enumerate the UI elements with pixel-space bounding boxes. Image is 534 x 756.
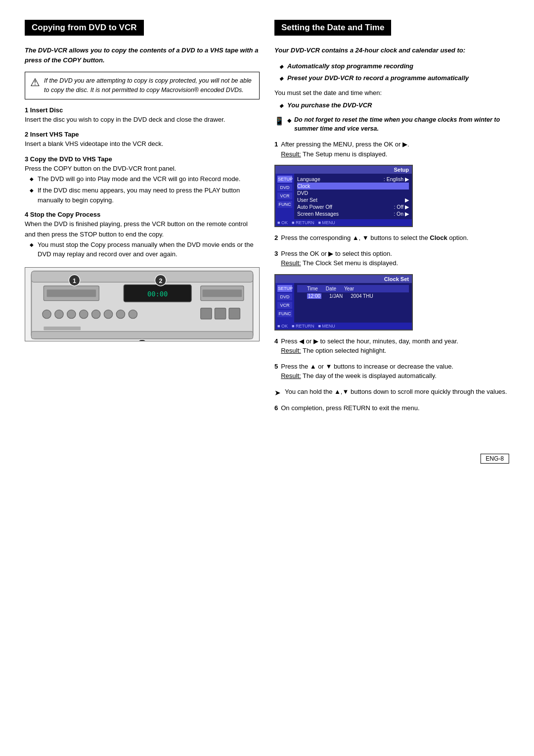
svg-point-12: [91, 310, 100, 318]
step-2-label: 2 Insert VHS Tape: [25, 131, 79, 138]
clock-data-row: 12:00 1/JAN 2004 THU: [297, 292, 409, 300]
note-icon: 📱: [274, 116, 284, 126]
menu-footer: ■ OK ■ RETURN ■ MENU: [275, 219, 412, 226]
setup-menu-title: Setup: [275, 166, 412, 174]
clock-footer-menu: ■ MENU: [318, 324, 335, 329]
svg-point-14: [116, 310, 125, 318]
warning-text: If the DVD you are attempting to copy is…: [44, 76, 254, 95]
page-number: ENG-8: [480, 454, 509, 464]
clock-set-title: Clock Set: [275, 275, 412, 283]
r-step-4: 4 Press ◀ or ▶ to select the hour, minut…: [274, 336, 509, 356]
clock-sidebar-func: FUNC: [277, 310, 292, 317]
note-row: 📱 ◆ Do not forget to reset the time when…: [274, 115, 509, 134]
menu-row-dvd: DVD: [297, 189, 409, 196]
r-step-2-content: Press the corresponding ▲, ▼ buttons to …: [281, 233, 509, 243]
step-1-desc: Insert the disc you wish to copy in the …: [25, 115, 260, 125]
r-step-5-content: Press the ▲ or ▼ buttons to increase or …: [281, 362, 509, 381]
clock-d-time: 12:00: [307, 293, 321, 299]
svg-rect-23: [31, 331, 253, 339]
r-step-4-desc: Press ◀ or ▶ to select the hour, minutes…: [281, 337, 458, 345]
menu-sidebar-setup: SETUP: [277, 176, 292, 183]
warning-box: ⚠ If the DVD you are attempting to copy …: [25, 72, 260, 99]
right-bullet-2: Preset your DVD-VCR to record a programm…: [279, 73, 509, 83]
page: Copying from DVD to VCR The DVD-VCR allo…: [0, 0, 534, 756]
clock-set-box: Clock Set SETUP DVD VCR FUNC Time Date Y: [274, 274, 413, 331]
step-3-bullet-1: The DVD will go into Play mode and the V…: [30, 174, 260, 184]
step-3-bullet-2: If the DVD disc menu appears, you may ne…: [30, 186, 260, 205]
left-section-title: Copying from DVD to VCR: [25, 20, 144, 36]
clock-content: Time Date Year 12:00 1/JAN 2004 THU: [294, 283, 412, 323]
clock-menu-sidebar: SETUP DVD VCR FUNC: [275, 283, 294, 323]
clock-h-date: Date: [326, 286, 336, 291]
r-step-3: 3 Press the OK or ▶ to select this optio…: [274, 249, 509, 268]
clock-d-year: 2004 THU: [351, 293, 373, 299]
r-step-2-num: 2: [274, 233, 278, 243]
r-step-4-result-label: Result:: [281, 347, 301, 354]
r-step-4-num: 4: [274, 336, 278, 346]
step-4-desc: When the DVD is finished playing, press …: [25, 219, 260, 259]
step-3-bullets: The DVD will go into Play mode and the V…: [25, 174, 260, 205]
svg-rect-18: [229, 308, 240, 319]
r-step-3-num: 3: [274, 249, 278, 259]
menu-inner: SETUP DVD VCR FUNC Language: English ▶ C…: [275, 174, 412, 219]
step-3: 3 Copy the DVD to VHS Tape Press the COP…: [25, 155, 260, 205]
step-4-number: 4: [25, 211, 30, 218]
r-step-1-result: The Setup menu is displayed.: [301, 150, 388, 158]
step-4-desc-text: When the DVD is finished playing, press …: [25, 220, 248, 238]
arrow-symbol: ➤: [274, 387, 281, 399]
r-step-5-result: The day of the week is displayed automat…: [301, 372, 437, 379]
r-step-1: 1 After pressing the MENU, press the OK …: [274, 140, 509, 159]
svg-point-8: [43, 310, 51, 318]
note-text: Do not forget to reset the time when you…: [294, 115, 509, 134]
step-4-title: Stop the Copy Process: [30, 211, 100, 218]
step-2-desc: Insert a blank VHS videotape into the VC…: [25, 139, 260, 149]
right-bullet-1: Automatically stop programme recording: [279, 61, 509, 71]
step-2: 2 Insert VHS Tape Insert a blank VHS vid…: [25, 131, 260, 149]
svg-point-10: [67, 310, 76, 318]
step-2-number: 2: [25, 131, 30, 138]
setup-menu-box: Setup SETUP DVD VCR FUNC Language: Engli…: [274, 165, 413, 227]
r-step-4-content: Press ◀ or ▶ to select the hour, minutes…: [281, 336, 509, 356]
step-4-label: 4 Stop the Copy Process: [25, 211, 100, 218]
step-4-bullet-1: You must stop the Copy process manually …: [30, 240, 260, 259]
clock-h-year: Year: [344, 286, 354, 291]
menu-row-language: Language: English ▶: [297, 176, 409, 183]
menu-sidebar-dvd: DVD: [277, 184, 292, 191]
r-step-2-desc: Press the corresponding ▲, ▼ buttons to …: [281, 234, 468, 241]
menu-sidebar: SETUP DVD VCR FUNC: [275, 174, 294, 219]
svg-rect-1: [31, 271, 253, 282]
r-step-5-num: 5: [274, 362, 278, 372]
menu-row-clock: Clock: [297, 183, 409, 189]
step-3-title: Copy the DVD to VHS Tape: [30, 155, 112, 163]
clock-footer-ok: ■ OK: [277, 324, 288, 329]
menu-row-userset: User Set▶: [297, 196, 409, 203]
r-step-1-content: After pressing the MENU, press the OK or…: [281, 140, 509, 159]
svg-text:2: 2: [159, 277, 162, 284]
r-step-6-content: On completion, press RETURN to exit the …: [281, 403, 509, 413]
step-4: 4 Stop the Copy Process When the DVD is …: [25, 211, 260, 259]
right-section-title: Setting the Date and Time: [274, 20, 391, 36]
svg-point-11: [80, 310, 88, 318]
svg-rect-5: [47, 289, 96, 297]
r-step-2: 2 Press the corresponding ▲, ▼ buttons t…: [274, 233, 509, 243]
svg-point-9: [55, 310, 63, 318]
r-step-6: 6 On completion, press RETURN to exit th…: [274, 403, 509, 413]
r-step-3-content: Press the OK or ▶ to select this option.…: [281, 249, 509, 268]
clock-footer-return: ■ RETURN: [292, 324, 314, 329]
step-3-label: 3 Copy the DVD to VHS Tape: [25, 155, 112, 163]
step-4-bullets: You must stop the Copy process manually …: [25, 240, 260, 259]
svg-point-24: [136, 339, 147, 341]
right-bullets: Automatically stop programme recording P…: [274, 61, 509, 83]
r-step-5-result-label: Result:: [281, 372, 301, 379]
arrow-note: You can hold the ▲,▼ buttons down to scr…: [285, 387, 507, 399]
clock-d-date: 1/JAN: [329, 293, 343, 299]
step-3-number: 3: [25, 155, 30, 163]
r-step-1-result-label: Result:: [281, 150, 301, 158]
clock-h-time: Time: [307, 286, 318, 291]
clock-sidebar-dvd: DVD: [277, 293, 292, 300]
menu-row-screenmessages: Screen Messages: On ▶: [297, 210, 409, 217]
svg-text:00:00: 00:00: [147, 290, 168, 298]
r-step-1-num: 1: [274, 140, 278, 149]
clock-sidebar-vcr: VCR: [277, 302, 292, 309]
step-1-label: 1 Insert Disc: [25, 106, 63, 114]
